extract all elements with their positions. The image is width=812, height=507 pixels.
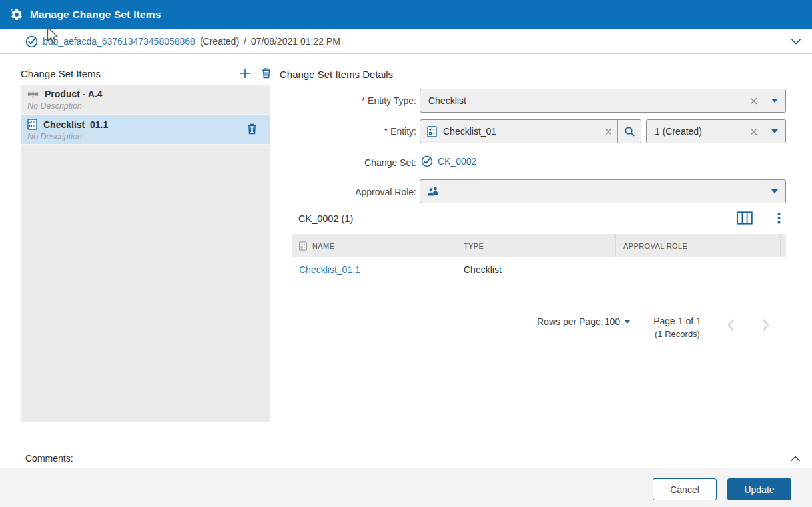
delete-icon — [262, 68, 271, 79]
breadcrumb-timestamp: 07/08/2021 01:22 PM — [251, 36, 340, 47]
entity-type-label: *Entity Type: — [280, 95, 416, 107]
rows-per-page-label: Rows per Page: — [537, 316, 604, 327]
gear-icon — [10, 8, 23, 21]
titlebar: Manage Change Set Items — [0, 0, 812, 29]
manage-change-set-items-dialog: Manage Change Set Items bdb_aefacda_6376… — [0, 0, 812, 507]
update-button[interactable]: Update — [727, 478, 791, 500]
item-description: No Description — [27, 132, 264, 141]
page-info: Page 1 of 1 (1 Records) — [641, 315, 714, 340]
column-header-name[interactable]: NAME — [292, 234, 456, 257]
change-set-link[interactable]: CK_0002 — [438, 156, 476, 167]
clear-x-icon[interactable] — [599, 120, 617, 143]
comments-label: Comments: — [25, 453, 73, 464]
required-asterisk: * — [362, 95, 365, 106]
column-config-icon[interactable] — [737, 211, 753, 225]
change-set-items-header: Change Set Items — [21, 64, 272, 83]
item-name: Product - A.4 — [45, 89, 103, 99]
table-header-row: NAME TYPE APPROVAL ROLE — [292, 234, 786, 257]
search-icon — [624, 126, 635, 137]
delete-item-button[interactable] — [262, 68, 271, 79]
page-number-text: Page 1 of 1 — [641, 315, 714, 328]
breadcrumb-object-link[interactable]: bdb_aefacda_637613473458058868 — [43, 36, 195, 47]
dropdown-arrow-icon — [624, 320, 631, 324]
rows-per-page-control[interactable]: Rows per Page:100 — [537, 316, 631, 327]
breadcrumb-status: (Created) — [200, 36, 239, 47]
clear-x-icon[interactable] — [744, 89, 763, 112]
add-icon — [240, 68, 250, 79]
entity-type-value: Checklist — [420, 95, 744, 106]
approval-role-dropdown-button[interactable] — [763, 180, 785, 203]
change-set-value: CK_0002 — [421, 155, 476, 167]
required-asterisk: * — [384, 126, 388, 137]
chevron-down-icon[interactable] — [791, 39, 801, 45]
column-header-type[interactable]: TYPE — [456, 234, 616, 257]
dropdown-arrow-icon — [771, 99, 778, 103]
dropdown-arrow-icon — [771, 189, 778, 193]
approval-role-label: Approval Role: — [280, 186, 416, 198]
list-item-checklist[interactable]: Checklist_01.1 No Description — [21, 115, 270, 145]
product-structure-icon — [27, 89, 39, 99]
chevron-left-icon[interactable] — [727, 318, 735, 332]
row-filler — [781, 257, 786, 282]
entity-type-field[interactable]: Checklist — [420, 89, 786, 113]
entity-revision-dropdown-button[interactable] — [763, 120, 785, 143]
left-panel-title: Change Set Items — [21, 68, 101, 79]
kebab-menu-icon[interactable] — [777, 213, 781, 224]
delete-selected-item-button[interactable] — [247, 123, 257, 135]
dialog-footer: Cancel Update — [0, 468, 812, 507]
check-circle-icon — [421, 155, 433, 167]
column-header-filler — [781, 234, 786, 257]
entity-search-button[interactable] — [617, 120, 641, 143]
rows-per-page-value: 100 — [605, 316, 620, 327]
window-title: Manage Change Set Items — [30, 9, 161, 21]
results-table: NAME TYPE APPROVAL ROLE Checklist_01.1 C… — [292, 234, 786, 282]
checklist-icon — [27, 119, 37, 130]
chevron-up-icon[interactable] — [790, 456, 801, 462]
checklist-icon — [427, 126, 437, 137]
change-set-items-list: Product - A.4 No Description Checklist_0… — [21, 85, 270, 422]
item-name: Checklist_01.1 — [43, 119, 108, 130]
breadcrumb-separator: / — [244, 36, 246, 47]
change-set-label: Change Set: — [280, 157, 416, 169]
entity-label: *Entity: — [280, 125, 416, 137]
approval-role-field[interactable] — [420, 179, 786, 203]
breadcrumb: bdb_aefacda_637613473458058868 (Created)… — [0, 29, 812, 54]
entity-value: Checklist_01 — [437, 126, 599, 137]
dropdown-arrow-icon — [771, 129, 778, 133]
add-item-button[interactable] — [240, 68, 250, 79]
entity-revision-value: 1 (Created) — [647, 126, 744, 137]
records-count-text: (1 Records) — [641, 328, 714, 340]
table-row[interactable]: Checklist_01.1 Checklist — [292, 257, 786, 282]
chevron-right-icon[interactable] — [762, 318, 769, 332]
cancel-button[interactable]: Cancel — [653, 478, 717, 500]
column-header-approval-role[interactable]: APPROVAL ROLE — [616, 234, 781, 257]
list-item-product[interactable]: Product - A.4 No Description — [21, 85, 270, 115]
row-approval-role — [616, 257, 781, 282]
check-circle-icon — [25, 35, 38, 48]
entity-revision-field[interactable]: 1 (Created) — [646, 119, 786, 143]
people-icon — [427, 186, 440, 197]
entity-type-dropdown-button[interactable] — [763, 89, 785, 112]
item-description: No Description — [27, 101, 264, 111]
entity-field[interactable]: Checklist_01 — [420, 119, 641, 143]
checklist-icon — [299, 241, 307, 251]
details-title: Change Set Items Details — [280, 69, 393, 80]
row-name-link[interactable]: Checklist_01.1 — [299, 264, 360, 275]
row-type: Checklist — [456, 257, 616, 282]
comments-bar[interactable]: Comments: — [0, 448, 812, 468]
table-title: CK_0002 (1) — [298, 213, 353, 224]
clear-x-icon[interactable] — [744, 120, 763, 143]
